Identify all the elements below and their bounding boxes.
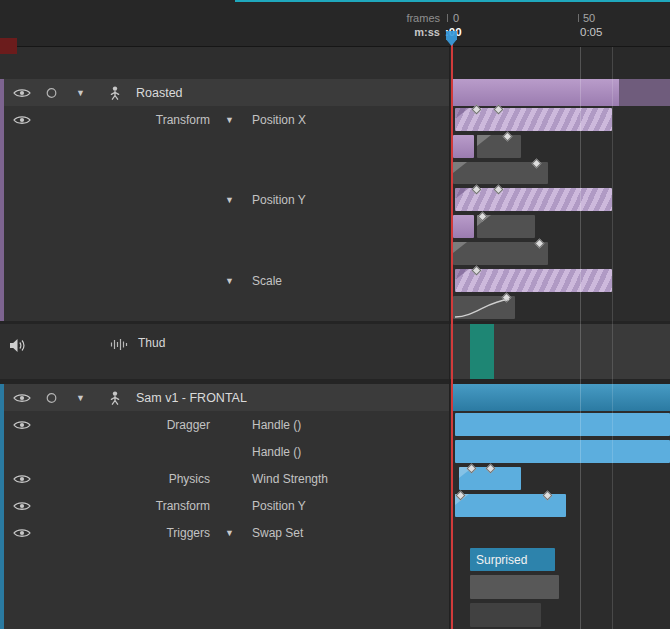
sub-row xyxy=(0,240,670,267)
take-start-wedge xyxy=(453,162,467,173)
prop-row: Triggers▼Swap Set xyxy=(0,519,670,546)
mute-toggle[interactable] xyxy=(9,338,27,353)
take-bar[interactable] xyxy=(455,440,670,463)
track-header[interactable]: TransformPosition Y xyxy=(0,492,450,519)
visibility-toggle[interactable] xyxy=(13,527,31,538)
visibility-toggle[interactable] xyxy=(13,500,31,511)
keyframe-diamond[interactable] xyxy=(532,159,542,169)
keyframe-diamond[interactable] xyxy=(472,266,482,276)
dropdown-toggle[interactable]: ▼ xyxy=(225,276,234,285)
take-bar[interactable] xyxy=(470,575,559,599)
visibility-toggle[interactable] xyxy=(13,392,31,403)
take-bar[interactable] xyxy=(453,296,515,319)
behavior-name: Transform xyxy=(60,499,210,513)
gridline-frame-50 xyxy=(580,47,581,629)
take-bar[interactable] xyxy=(619,79,670,106)
prop-row: TransformPosition Y xyxy=(0,492,670,519)
track-header[interactable]: PhysicsWind Strength xyxy=(0,465,450,492)
take-bar[interactable] xyxy=(453,215,474,238)
take-bar[interactable] xyxy=(453,242,548,265)
sub-row xyxy=(0,573,670,601)
track-lane[interactable] xyxy=(450,519,670,546)
visibility-toggle[interactable] xyxy=(13,473,31,484)
collapse-toggle[interactable]: ▼ xyxy=(76,393,85,402)
track-lane[interactable] xyxy=(450,79,670,106)
take-start-wedge xyxy=(455,269,469,280)
track-lane[interactable] xyxy=(450,240,670,267)
take-bar[interactable] xyxy=(470,324,494,379)
track-header[interactable]: Handle () xyxy=(0,438,450,465)
track-lane[interactable]: Surprised xyxy=(450,546,670,573)
active-panel-accent xyxy=(235,0,670,2)
property-name: Wind Strength xyxy=(252,472,328,486)
collapse-toggle[interactable]: ▼ xyxy=(76,88,85,97)
property-name: Position Y xyxy=(252,499,306,513)
take-bar[interactable] xyxy=(453,384,670,411)
take-bar[interactable] xyxy=(477,135,521,158)
track-rows: ▼RoastedTransform▼Position X▼Position Y▼… xyxy=(0,47,670,629)
track-header[interactable]: Triggers▼Swap Set xyxy=(0,519,450,546)
track-lane[interactable] xyxy=(450,601,670,629)
track-lane[interactable] xyxy=(450,294,670,321)
track-header[interactable]: ▼Position Y xyxy=(0,186,450,213)
record-toggle[interactable] xyxy=(46,87,57,98)
take-bar[interactable] xyxy=(470,603,541,627)
trigger-bar[interactable]: Surprised xyxy=(470,548,555,571)
track-lane[interactable] xyxy=(450,47,670,79)
track-lane[interactable] xyxy=(450,465,670,492)
track-header[interactable]: ▼Roasted xyxy=(0,79,450,106)
take-bar[interactable] xyxy=(459,467,521,490)
track-header[interactable]: Transform▼Position X xyxy=(0,106,450,133)
track-color-strip xyxy=(0,213,4,240)
take-bar[interactable] xyxy=(455,188,612,211)
record-toggle[interactable] xyxy=(46,392,57,403)
track-lane[interactable] xyxy=(450,186,670,213)
sub-row: Surprised xyxy=(0,546,670,573)
keyframe-diamond[interactable] xyxy=(543,491,553,501)
track-lane[interactable] xyxy=(450,133,670,160)
prop-row: Transform▼Position X xyxy=(0,106,670,133)
track-header[interactable]: ▼Scale xyxy=(0,267,450,294)
track-color-strip xyxy=(0,186,4,213)
dropdown-toggle[interactable]: ▼ xyxy=(225,195,234,204)
take-bar[interactable] xyxy=(453,162,548,184)
take-bar[interactable] xyxy=(453,79,619,106)
track-lane[interactable] xyxy=(450,384,670,411)
take-bar[interactable] xyxy=(455,108,612,131)
keyframe-diamond[interactable] xyxy=(486,464,496,474)
track-header[interactable]: Thud xyxy=(0,324,450,379)
time-ruler[interactable]: frames m:ss 0 50 :00 0:05 xyxy=(0,0,670,47)
visibility-toggle[interactable] xyxy=(13,87,31,98)
gridline-work-area-end xyxy=(612,47,613,629)
keyframe-diamond[interactable] xyxy=(472,185,482,195)
track-name: Roasted xyxy=(136,86,183,100)
track-lane[interactable] xyxy=(450,213,670,240)
dropdown-toggle[interactable]: ▼ xyxy=(225,528,234,537)
take-bar[interactable] xyxy=(455,494,566,517)
keyframe-diamond[interactable] xyxy=(494,185,504,195)
sub-row xyxy=(0,213,670,240)
track-lane[interactable] xyxy=(450,160,670,186)
dropdown-toggle[interactable]: ▼ xyxy=(225,115,234,124)
track-lane[interactable] xyxy=(450,492,670,519)
take-bar[interactable] xyxy=(455,269,612,292)
keyframe-diamond[interactable] xyxy=(503,132,513,142)
track-lane[interactable] xyxy=(450,573,670,601)
take-bar[interactable] xyxy=(453,135,474,158)
track-header[interactable]: ▼Sam v1 - FRONTAL xyxy=(0,384,450,411)
track-lane[interactable] xyxy=(450,267,670,294)
track-header[interactable]: DraggerHandle () xyxy=(0,411,450,438)
behavior-name: Physics xyxy=(60,472,210,486)
track-lane[interactable] xyxy=(450,324,670,379)
take-bar[interactable] xyxy=(455,413,670,436)
visibility-toggle[interactable] xyxy=(13,114,31,125)
prop-row: DraggerHandle () xyxy=(0,411,670,438)
keyframe-diamond[interactable] xyxy=(494,105,504,115)
keyframe-diamond[interactable] xyxy=(535,239,545,249)
take-bar[interactable] xyxy=(477,215,535,238)
visibility-toggle[interactable] xyxy=(13,419,31,430)
track-lane[interactable] xyxy=(450,411,670,438)
track-lane[interactable] xyxy=(450,438,670,465)
track-lane[interactable] xyxy=(450,106,670,133)
keyframe-diamond[interactable] xyxy=(472,105,482,115)
